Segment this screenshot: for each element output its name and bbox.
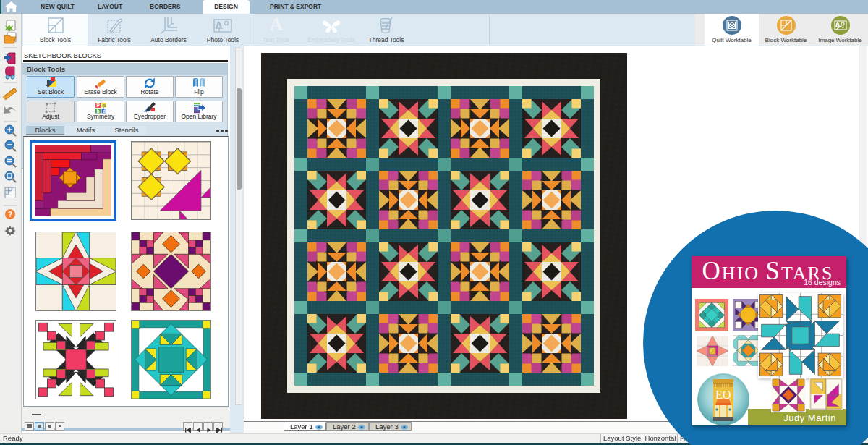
svg-text:P: P bbox=[96, 103, 100, 108]
svg-text:?: ? bbox=[8, 210, 13, 219]
svg-text:EQ: EQ bbox=[715, 389, 731, 401]
svg-text:p: p bbox=[103, 103, 106, 109]
